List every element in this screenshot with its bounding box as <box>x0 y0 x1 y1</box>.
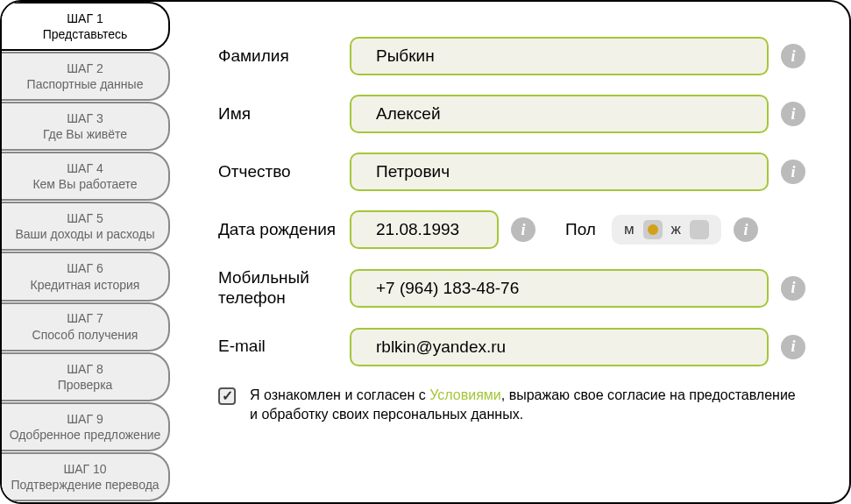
form-panel: Фамилия i Имя i Отчество i Дата рождения… <box>170 2 849 502</box>
step-title: Где Вы живёте <box>43 126 127 142</box>
step-num: ШАГ 6 <box>67 260 103 276</box>
lastname-label: Фамилия <box>218 46 350 67</box>
row-lastname: Фамилия i <box>218 37 805 75</box>
step-num: ШАГ 3 <box>67 110 103 126</box>
step-item-2[interactable]: ШАГ 2Паспортные данные <box>2 52 170 101</box>
step-title: Проверка <box>58 377 113 393</box>
step-item-4[interactable]: ШАГ 4Кем Вы работаете <box>2 152 170 201</box>
info-icon[interactable]: i <box>511 217 535 242</box>
row-dob-gender: Дата рождения i Пол м ж i <box>218 210 805 249</box>
step-title: Ваши доходы и расходы <box>15 226 154 242</box>
step-item-9[interactable]: ШАГ 9Одобренное предложение <box>2 402 170 451</box>
info-icon[interactable]: i <box>781 160 805 184</box>
step-title: Кредитная история <box>31 277 140 293</box>
step-title: Паспортные данные <box>27 76 144 92</box>
info-icon[interactable]: i <box>781 276 805 301</box>
step-item-10[interactable]: ШАГ 10Подтверждение перевода <box>2 452 170 501</box>
step-num: ШАГ 4 <box>67 160 103 176</box>
firstname-input[interactable] <box>350 95 769 133</box>
step-item-6[interactable]: ШАГ 6Кредитная история <box>2 252 170 301</box>
phone-input[interactable] <box>350 269 769 308</box>
dob-label: Дата рождения <box>218 220 350 240</box>
gender-f-radio[interactable] <box>690 220 709 239</box>
info-icon[interactable]: i <box>734 217 758 242</box>
step-title: Подтверждение перевода <box>11 477 159 493</box>
gender-group: м ж <box>612 215 721 245</box>
info-icon[interactable]: i <box>781 44 805 68</box>
email-input[interactable] <box>350 328 769 366</box>
dob-input[interactable] <box>350 210 499 249</box>
consent-prefix: Я ознакомлен и согласен с <box>250 387 429 402</box>
step-num: ШАГ 2 <box>67 60 103 76</box>
step-item-5[interactable]: ШАГ 5Ваши доходы и расходы <box>2 202 170 251</box>
row-phone: Мобильный телефон i <box>218 268 805 309</box>
gender-m-label: м <box>624 221 635 238</box>
phone-label: Мобильный телефон <box>218 268 350 309</box>
firstname-label: Имя <box>218 104 350 124</box>
patronymic-label: Отчество <box>218 162 350 182</box>
step-item-8[interactable]: ШАГ 8Проверка <box>2 352 170 401</box>
app-container: ШАГ 1ПредставьтесьШАГ 2Паспортные данные… <box>0 0 851 504</box>
step-num: ШАГ 9 <box>67 411 103 427</box>
patronymic-input[interactable] <box>350 153 769 191</box>
row-email: E-mail i <box>218 328 805 366</box>
step-num: ШАГ 8 <box>67 361 103 377</box>
step-num: ШАГ 1 <box>67 11 103 26</box>
row-patronymic: Отчество i <box>218 153 805 191</box>
step-title: Одобренное предложение <box>10 427 161 443</box>
email-label: E-mail <box>218 337 350 357</box>
consent-checkbox[interactable] <box>218 387 236 405</box>
info-icon[interactable]: i <box>781 102 805 126</box>
gender-label: Пол <box>565 220 596 239</box>
row-consent: Я ознакомлен и согласен с Условиями, выр… <box>218 386 805 425</box>
consent-text: Я ознакомлен и согласен с Условиями, выр… <box>250 386 805 425</box>
steps-sidebar: ШАГ 1ПредставьтесьШАГ 2Паспортные данные… <box>2 2 170 502</box>
step-item-3[interactable]: ШАГ 3Где Вы живёте <box>2 102 170 151</box>
gender-f-label: ж <box>671 221 681 238</box>
step-num: ШАГ 5 <box>67 210 103 226</box>
step-title: Кем Вы работаете <box>32 176 137 192</box>
step-num: ШАГ 10 <box>63 461 106 477</box>
lastname-input[interactable] <box>350 37 769 75</box>
row-firstname: Имя i <box>218 95 805 133</box>
step-title: Способ получения <box>32 327 138 343</box>
step-item-1[interactable]: ШАГ 1Представьтесь <box>2 2 170 51</box>
step-title: Представьтесь <box>43 26 128 42</box>
step-num: ШАГ 7 <box>67 310 103 326</box>
gender-m-radio[interactable] <box>643 220 663 239</box>
info-icon[interactable]: i <box>781 335 805 359</box>
consent-link[interactable]: Условиями <box>429 387 501 402</box>
step-item-7[interactable]: ШАГ 7Способ получения <box>2 302 170 351</box>
